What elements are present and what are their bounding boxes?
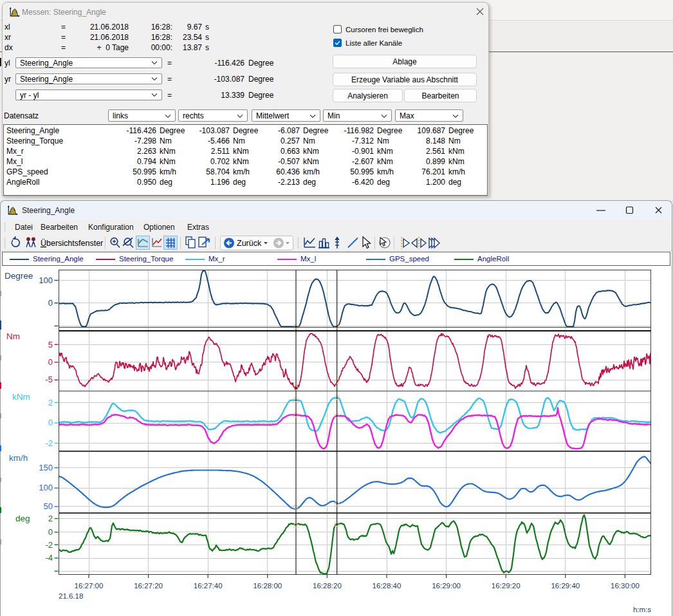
svg-text:-2: -2 (45, 540, 53, 550)
svg-text:16:28:00: 16:28:00 (253, 582, 282, 590)
svg-text:21.6.18: 21.6.18 (59, 592, 83, 600)
svg-text:-4: -4 (45, 553, 53, 563)
svg-text:150: 150 (39, 463, 53, 472)
svg-text:0: 0 (48, 357, 53, 367)
svg-text:2: 2 (48, 514, 53, 523)
svg-text:5: 5 (48, 340, 53, 350)
svg-text:0: 0 (48, 418, 53, 427)
svg-text:16:30:00: 16:30:00 (611, 582, 640, 590)
svg-text:16:27:00: 16:27:00 (75, 582, 104, 590)
svg-text:16:29:40: 16:29:40 (551, 582, 580, 590)
svg-text:50: 50 (44, 501, 53, 511)
svg-text:2: 2 (48, 398, 53, 407)
svg-text:16:27:20: 16:27:20 (134, 582, 163, 590)
svg-text:100: 100 (39, 483, 53, 492)
svg-text:-5: -5 (45, 375, 53, 384)
svg-text:kNm: kNm (12, 392, 30, 402)
svg-text:deg: deg (15, 514, 30, 523)
svg-text:0: 0 (48, 527, 53, 537)
svg-text:-2: -2 (45, 438, 53, 448)
svg-text:km/h: km/h (9, 453, 28, 463)
svg-text:16:27:40: 16:27:40 (194, 582, 223, 590)
svg-text:16:29:20: 16:29:20 (492, 582, 521, 590)
svg-text:16:28:20: 16:28:20 (313, 582, 342, 590)
svg-text:16:29:00: 16:29:00 (432, 582, 461, 590)
svg-text:0: 0 (48, 298, 53, 308)
svg-text:100: 100 (39, 275, 53, 285)
svg-text:Nm: Nm (6, 331, 20, 341)
svg-text:Degree: Degree (5, 271, 33, 281)
svg-text:16:28:40: 16:28:40 (373, 582, 401, 590)
svg-text:h:m:s: h:m:s (633, 606, 651, 613)
